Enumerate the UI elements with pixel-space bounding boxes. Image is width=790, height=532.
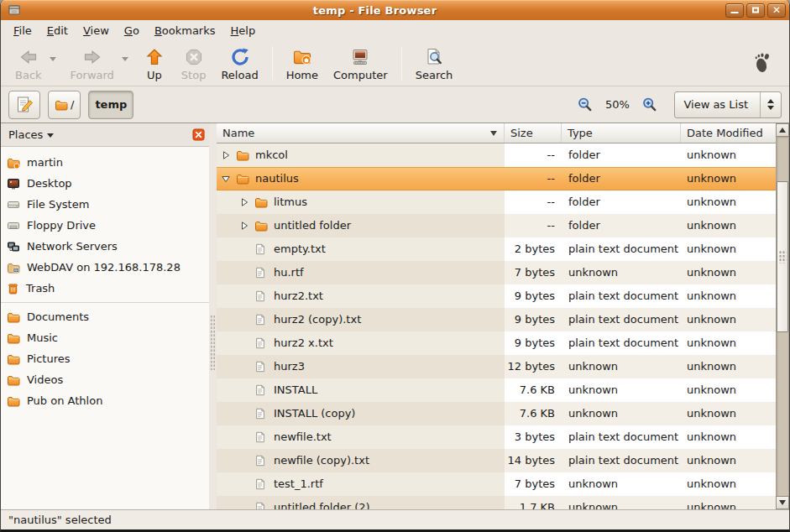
column-header-type[interactable]: Type xyxy=(562,123,681,143)
maximize-button[interactable] xyxy=(746,3,765,18)
view-mode-selector[interactable]: View as List xyxy=(674,91,782,118)
column-header-name[interactable]: Name xyxy=(217,123,505,143)
zoom-in-icon xyxy=(641,96,657,112)
file-row[interactable]: hurz2.txt 9 bytes plain text document un… xyxy=(217,284,776,308)
folder-icon xyxy=(7,331,20,345)
back-history-caret[interactable] xyxy=(50,57,56,61)
titlebar[interactable]: temp - File Browser ✕ xyxy=(1,0,789,20)
menu-edit[interactable]: Edit xyxy=(39,22,76,39)
up-button[interactable]: Up xyxy=(135,44,174,83)
expander-icon[interactable] xyxy=(239,456,250,467)
close-button[interactable]: ✕ xyxy=(767,3,786,18)
expander-icon[interactable] xyxy=(239,315,250,326)
folder-icon xyxy=(7,373,20,387)
column-header-date-modified[interactable]: Date Modified xyxy=(681,123,776,143)
stop-button[interactable]: Stop xyxy=(174,44,214,83)
sidebar-item-webdav-on-192-168-178-28[interactable]: WebDAV on 192.168.178.28 xyxy=(1,257,209,278)
scroll-up-button[interactable] xyxy=(776,123,789,137)
menu-help[interactable]: Help xyxy=(223,22,264,39)
sidebar-item-floppy-drive[interactable]: Floppy Drive xyxy=(1,215,209,236)
places-selector[interactable]: Places xyxy=(8,128,43,141)
file-row[interactable]: hu.rtf 7 bytes unknown unknown xyxy=(217,261,776,284)
file-row[interactable]: INSTALL 7.6 KB unknown unknown xyxy=(217,378,776,402)
expander-icon[interactable] xyxy=(239,409,250,420)
window-title: temp - File Browser xyxy=(24,4,725,17)
sidebar-item-documents[interactable]: Documents xyxy=(1,306,209,327)
sidebar-item-music[interactable]: Music xyxy=(1,327,209,348)
file-row[interactable]: litmus -- folder unknown xyxy=(217,190,776,214)
sidebar-item-network-servers[interactable]: Network Servers xyxy=(1,236,209,257)
sidebar-close-button[interactable] xyxy=(192,128,205,141)
expander-icon[interactable] xyxy=(239,338,250,349)
computer-button[interactable]: Computer xyxy=(326,44,395,83)
file-row[interactable]: hurz2 x.txt 9 bytes plain text document … xyxy=(217,331,776,355)
path-button-root[interactable]: / xyxy=(48,91,81,119)
drive-icon xyxy=(7,198,20,211)
file-row[interactable]: untitled folder -- folder unknown xyxy=(217,214,776,237)
file-row[interactable]: test_1.rtf 7 bytes unknown unknown xyxy=(217,472,776,496)
file-row[interactable]: untitled folder (2) 1.7 KB unknown unkno… xyxy=(217,496,776,509)
file-row[interactable]: newfile (copy).txt 14 bytes plain text d… xyxy=(217,449,776,472)
sidebar-item-martin[interactable]: martin xyxy=(1,152,209,173)
sidebar-item-desktop[interactable]: Desktop xyxy=(1,173,209,194)
zoom-out-button[interactable] xyxy=(572,96,598,112)
scroll-down-button[interactable] xyxy=(776,496,789,509)
expander-expanded-icon[interactable] xyxy=(221,174,232,185)
file-row[interactable]: empty.txt 2 bytes plain text document un… xyxy=(217,237,776,261)
home-button[interactable]: Home xyxy=(279,44,326,83)
sidebar-item-pictures[interactable]: Pictures xyxy=(1,348,209,369)
sidebar-header[interactable]: Places xyxy=(1,123,209,147)
chevron-down-icon xyxy=(47,133,54,138)
file-list: Name Size Type Date Modified xyxy=(217,123,776,509)
file-row[interactable]: nautilus -- folder unknown xyxy=(217,167,776,190)
scrollbar-trough[interactable] xyxy=(776,137,789,496)
forward-history-caret[interactable] xyxy=(122,57,128,61)
menu-go[interactable]: Go xyxy=(117,22,147,39)
file-icon xyxy=(254,501,269,509)
forward-button[interactable]: Forward xyxy=(63,44,122,83)
expander-icon[interactable] xyxy=(239,291,250,302)
sidebar-item-file-system[interactable]: File System xyxy=(1,194,209,215)
expander-collapsed-icon[interactable] xyxy=(221,150,232,161)
scrollbar-thumb[interactable] xyxy=(777,181,788,332)
file-row[interactable]: mkcol -- folder unknown xyxy=(217,143,776,167)
menu-view[interactable]: View xyxy=(76,22,117,39)
vertical-scrollbar[interactable] xyxy=(776,123,789,509)
path-button-current[interactable]: temp xyxy=(88,91,133,119)
edit-location-button[interactable] xyxy=(8,91,40,119)
file-row[interactable]: INSTALL (copy) 7.6 KB unknown unknown xyxy=(217,402,776,425)
menu-file[interactable]: File xyxy=(6,22,39,39)
expander-icon[interactable] xyxy=(239,432,250,443)
file-icon xyxy=(254,266,269,279)
menubar: File Edit View Go Bookmarks Help xyxy=(1,20,789,40)
places-sidebar: Places martin Desktop File System xyxy=(1,123,209,509)
sidebar-item-videos[interactable]: Videos xyxy=(1,369,209,390)
expander-icon[interactable] xyxy=(239,268,250,279)
expander-icon[interactable] xyxy=(239,362,250,373)
zoom-in-button[interactable] xyxy=(636,96,662,112)
expander-icon[interactable] xyxy=(239,244,250,255)
view-mode-spinner[interactable] xyxy=(760,92,781,117)
file-row[interactable]: hurz3 12 bytes unknown unknown xyxy=(217,355,776,378)
expander-collapsed-icon[interactable] xyxy=(239,221,250,232)
pane-resize-handle[interactable] xyxy=(209,123,217,509)
expander-icon[interactable] xyxy=(239,503,250,510)
search-button[interactable]: Search xyxy=(408,44,461,83)
file-row[interactable]: newfile.txt 3 bytes plain text document … xyxy=(217,425,776,449)
column-header-size[interactable]: Size xyxy=(505,123,562,143)
home-icon xyxy=(291,46,313,68)
desktop-icon xyxy=(7,177,20,190)
home-folder-icon xyxy=(7,156,20,170)
back-button[interactable]: Back xyxy=(8,44,50,83)
expander-collapsed-icon[interactable] xyxy=(239,197,250,208)
minimize-button[interactable] xyxy=(725,3,744,18)
file-row[interactable]: hurz2 (copy).txt 9 bytes plain text docu… xyxy=(217,308,776,331)
list-header: Name Size Type Date Modified xyxy=(217,123,776,143)
expander-icon[interactable] xyxy=(239,479,250,490)
expander-icon[interactable] xyxy=(239,385,250,396)
sidebar-item-trash[interactable]: Trash xyxy=(1,278,209,299)
sidebar-item-pub-on-athlon[interactable]: Pub on Athlon xyxy=(1,390,209,411)
search-icon xyxy=(424,46,444,68)
reload-button[interactable]: Reload xyxy=(213,44,265,83)
menu-bookmarks[interactable]: Bookmarks xyxy=(147,22,223,39)
